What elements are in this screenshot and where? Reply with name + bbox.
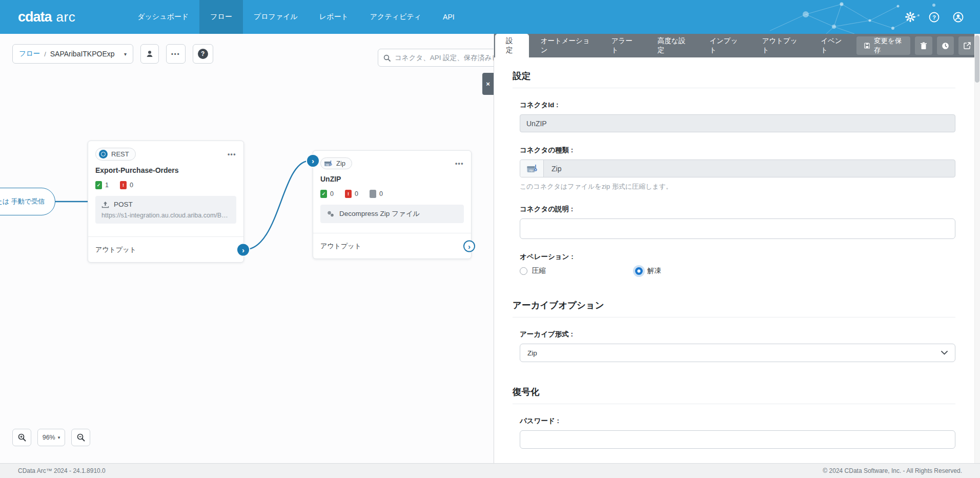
flow-breadcrumb-selector[interactable]: フロー / SAPAribaITKPOExp ▾ (12, 44, 133, 64)
panel-actions: 変更を保存 (856, 34, 980, 57)
cdata-arc-logo[interactable]: cdata arc (18, 9, 75, 25)
archive-format-label: アーカイブ形式 : (520, 330, 955, 339)
error-doc-icon: ! (120, 181, 127, 189)
tab-settings[interactable]: 設定 (495, 34, 529, 57)
connector-stats: ✓ 0 ! 0 0 (320, 190, 464, 198)
app-footer: CData Arc™ 2024 - 24.1.8910.0 © 2024 CDa… (0, 463, 980, 478)
operation-label: オペレーション : (520, 252, 955, 262)
main-area: フロー / SAPAribaITKPOExp ▾ ••• ? (0, 34, 980, 463)
tab-advanced[interactable]: 高度な設定 (647, 34, 699, 57)
save-changes-button[interactable]: 変更を保存 (856, 36, 911, 55)
nav-item-dashboard[interactable]: ダッシュボード (127, 0, 199, 34)
badge-label: REST (111, 150, 129, 158)
connector-id-field: コネクタId : UnZIP (520, 101, 955, 132)
compress-label: 圧縮 (532, 266, 546, 275)
open-in-new-window-button[interactable] (958, 36, 976, 55)
connector-type-badge: zip Zip (320, 157, 352, 169)
card-menu-ellipsis[interactable]: ••• (455, 160, 464, 167)
search-input[interactable] (395, 54, 494, 62)
tab-alerts[interactable]: アラート (601, 34, 647, 57)
scrollbar-thumb[interactable] (975, 35, 979, 83)
flow-canvas[interactable]: フロー / SAPAribaITKPOExp ▾ ••• ? (0, 34, 494, 463)
error-files-stat[interactable]: ! 0 (120, 181, 133, 189)
breadcrumb-separator: / (44, 50, 46, 58)
output-port[interactable]: › (237, 244, 249, 255)
panel-scrollbar[interactable] (974, 34, 980, 463)
archive-format-field: アーカイブ形式 : Zip (520, 330, 955, 362)
tab-events[interactable]: イベント (810, 34, 856, 57)
error-count: 0 (130, 182, 133, 189)
svg-text:zip: zip (326, 164, 329, 166)
operation-compress-option[interactable]: 圧縮 (520, 266, 635, 275)
tab-input[interactable]: インプット (699, 34, 751, 57)
success-files-stat[interactable]: ✓ 1 (95, 181, 109, 189)
zoom-level-value: 96% (43, 434, 55, 441)
external-link-icon (964, 42, 971, 49)
pending-doc-icon (370, 190, 376, 198)
connector-card-unzip[interactable]: › zip Zip ••• (313, 150, 472, 259)
flow-users-button[interactable] (140, 44, 159, 64)
error-count: 0 (355, 190, 358, 197)
flow-more-options-button[interactable]: ••• (166, 44, 186, 64)
radio-unchecked-icon[interactable] (520, 267, 527, 275)
nav-item-api[interactable]: API (432, 0, 465, 34)
pending-files-stat[interactable]: 0 (370, 190, 383, 198)
success-count: 0 (330, 190, 334, 197)
input-port[interactable]: › (307, 155, 319, 167)
radio-checked-icon[interactable] (635, 267, 643, 275)
gears-icon (326, 210, 335, 217)
success-files-stat[interactable]: ✓ 0 (320, 190, 334, 198)
card-menu-ellipsis[interactable]: ••• (228, 151, 236, 158)
search-icon (383, 54, 391, 62)
help-icon[interactable]: ? (929, 12, 940, 23)
close-icon: × (486, 80, 490, 88)
nav-item-reports[interactable]: レポート (309, 0, 359, 34)
success-doc-icon: ✓ (95, 181, 102, 189)
endpoint-url: https://s1-integration.au.cloud.ariba.co… (101, 212, 230, 219)
cdata-arc-app: cdata arc ダッシュボード フロー プロファイル レポート アクティビテ… (0, 0, 980, 478)
panel-close-button[interactable]: × (482, 73, 494, 95)
zoom-in-button[interactable] (12, 429, 31, 446)
flow-help-button[interactable]: ? (193, 44, 213, 64)
connector-action-box: Decompress Zip ファイル (320, 205, 464, 223)
archive-format-select[interactable]: Zip (520, 344, 955, 362)
connector-type-field: コネクタの種類 : zip Zip (520, 146, 955, 191)
connector-card-export-purchase-orders[interactable]: REST ••• Export-Purchase-Orders ✓ 1 ! 0 (88, 141, 244, 263)
pending-count: 0 (379, 190, 383, 197)
settings-gear-icon[interactable] (905, 12, 915, 23)
connector-id-input[interactable]: UnZIP (520, 114, 955, 132)
badge-label: Zip (336, 160, 345, 167)
success-doc-icon: ✓ (320, 190, 327, 198)
output-label: アウトプット (320, 242, 361, 251)
connector-description-field: コネクタの説明 : (520, 205, 955, 239)
nav-item-activity[interactable]: アクティビティ (359, 0, 432, 34)
history-button[interactable] (937, 36, 954, 55)
zoom-in-icon (18, 433, 26, 442)
password-input[interactable] (520, 430, 955, 449)
canvas-search (378, 49, 494, 67)
error-files-stat[interactable]: ! 0 (345, 190, 358, 198)
zoom-out-button[interactable] (71, 429, 90, 446)
zoom-level-dropdown[interactable]: 96% ▾ (37, 429, 65, 446)
output-port[interactable]: › (463, 240, 475, 252)
connector-output-row: アウトプット › (88, 236, 243, 262)
password-label: パスワード : (520, 416, 955, 426)
success-count: 1 (105, 182, 109, 189)
footer-copyright-text: © 2024 CData Software, Inc. - All Rights… (823, 467, 962, 474)
operation-decompress-option[interactable]: 解凍 (635, 266, 750, 275)
nav-item-flows[interactable]: フロー (199, 0, 243, 34)
delete-connector-button[interactable] (915, 36, 932, 55)
output-label: アウトプット (95, 245, 136, 254)
tab-output[interactable]: アウトプット (751, 34, 810, 57)
flow-start-node[interactable]: または 手動で受信 (0, 188, 55, 215)
nav-item-profiles[interactable]: プロファイル (243, 0, 309, 34)
connector-type-badge: REST (95, 148, 136, 161)
breadcrumb-flows-link[interactable]: フロー (19, 49, 40, 58)
user-account-icon[interactable] (953, 12, 964, 23)
canvas-toolbar: フロー / SAPAribaITKPOExp ▾ ••• ? (12, 44, 213, 64)
logo-brand-text: cdata (18, 9, 52, 25)
tab-automation[interactable]: オートメーション (530, 34, 601, 57)
panel-tab-bar: 設定 オートメーション アラート 高度な設定 インプット アウトプット イベント… (494, 34, 980, 57)
svg-text:zip: zip (529, 169, 533, 172)
connector-description-input[interactable] (520, 218, 955, 239)
